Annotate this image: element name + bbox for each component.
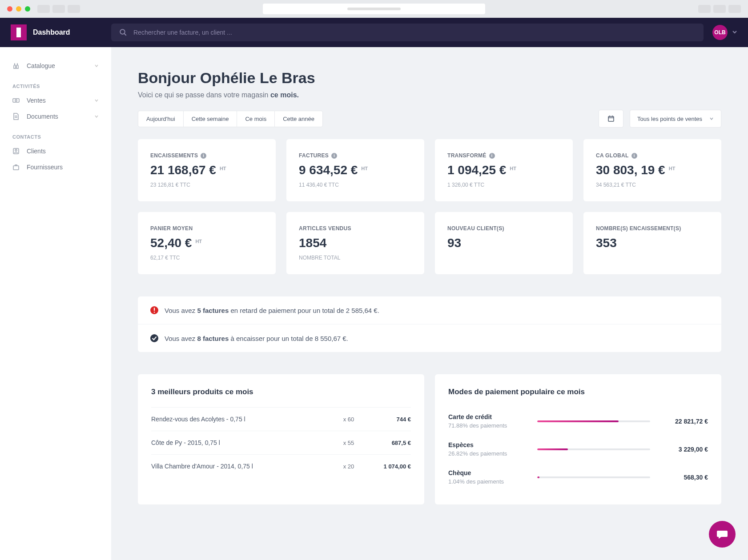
- sidebar-section-activites: ACTIVITÉS: [0, 74, 111, 92]
- payment-value: 3 229,00 €: [659, 446, 708, 453]
- chrome-btn[interactable]: [728, 5, 741, 13]
- traffic-lights: [7, 6, 30, 12]
- document-icon: [12, 113, 20, 120]
- stat-label: NOMBRE(S) ENCAISSEMENT(S): [596, 225, 709, 232]
- url-bar[interactable]: [263, 4, 485, 14]
- product-qty: x 20: [331, 463, 366, 470]
- sidebar-item-documents[interactable]: Documents: [0, 108, 111, 124]
- stat-card: PANIER MOYEN52,40 €HT62,17 € TTC: [138, 212, 276, 274]
- chrome-btn[interactable]: [698, 5, 711, 13]
- chrome-btn[interactable]: [713, 5, 726, 13]
- stat-card: ARTICLES VENDUS1854NOMBRE TOTAL: [286, 212, 424, 274]
- alert-late-invoices[interactable]: Vous avez 5 factures en retard de paieme…: [138, 296, 721, 324]
- stat-value: 21 168,67 €HT: [150, 163, 263, 177]
- info-icon[interactable]: i: [631, 153, 637, 159]
- chevron-down-icon: [94, 113, 99, 120]
- search-input[interactable]: [133, 29, 696, 36]
- payment-bar: [537, 476, 650, 478]
- page-subtitle: Voici ce qui se passe dans votre magasin…: [138, 91, 721, 99]
- brand-label: Dashboard: [33, 28, 70, 36]
- payment-bar: [537, 420, 650, 422]
- payment-row: Carte de crédit71.88% des paiements22 82…: [448, 407, 708, 435]
- pos-select[interactable]: Tous les points de ventes: [630, 110, 721, 128]
- sidebar-item-catalogue[interactable]: Catalogue: [0, 58, 111, 74]
- chrome-nav-btn[interactable]: [52, 5, 65, 13]
- sidebar-label: Clients: [27, 148, 46, 155]
- chevron-down-icon: [732, 28, 737, 36]
- page-title: Bonjour Ophélie Le Bras: [138, 69, 721, 87]
- filter-bar: Aujourd'hui Cette semaine Ce mois Cette …: [138, 110, 721, 128]
- sidebar-item-fournisseurs[interactable]: Fournisseurs: [0, 159, 111, 175]
- stat-card: CA GLOBALi30 803, 19 €HT34 563,21 € TTC: [583, 139, 721, 201]
- info-icon[interactable]: i: [331, 153, 337, 159]
- chat-button[interactable]: [709, 521, 736, 548]
- svg-rect-8: [13, 166, 19, 170]
- product-name: Villa Chambre d'Amour - 2014, 0,75 l: [151, 463, 331, 470]
- stat-card: NOUVEAU CLIENT(S)93: [435, 212, 573, 274]
- chevron-down-icon: [94, 62, 99, 69]
- greeting: Bonjour Ophélie Le Bras Voici ce qui se …: [138, 69, 721, 99]
- stat-sub: 34 563,21 € TTC: [596, 182, 709, 188]
- svg-point-16: [150, 334, 158, 342]
- stat-sub: 62,17 € TTC: [150, 255, 263, 261]
- stat-label: ENCAISSEMENTSi: [150, 152, 263, 159]
- stat-value: 1854: [299, 236, 412, 250]
- stat-label: FACTURESi: [299, 152, 412, 159]
- payment-value: 22 821,72 €: [659, 418, 708, 425]
- maximize-window[interactable]: [25, 6, 30, 12]
- check-circle-icon: [150, 334, 158, 342]
- product-row[interactable]: Rendez-vous des Acolytes - 0,75 lx 60744…: [151, 407, 411, 431]
- payment-pct: 71.88% des paiements: [448, 422, 528, 429]
- info-icon[interactable]: i: [489, 153, 495, 159]
- logo-icon: [11, 24, 27, 40]
- sidebar-section-contacts: CONTACTS: [0, 124, 111, 143]
- info-icon[interactable]: i: [201, 153, 206, 159]
- payment-pct: 26.82% des paiements: [448, 450, 528, 457]
- chevron-down-icon: [94, 97, 99, 104]
- svg-line-1: [124, 33, 126, 36]
- calendar-button[interactable]: [599, 110, 623, 128]
- alert-icon: [150, 306, 158, 314]
- user-menu[interactable]: OLB: [712, 25, 737, 40]
- sidebar-label: Ventes: [27, 97, 46, 104]
- stat-card: TRANSFORMÉi1 094,25 €HT1 326,00 € TTC: [435, 139, 573, 201]
- close-window[interactable]: [7, 6, 12, 12]
- minimize-window[interactable]: [16, 6, 21, 12]
- panel-title: 3 meilleurs produits ce mois: [151, 388, 411, 396]
- search-icon: [119, 28, 127, 36]
- logo-area[interactable]: Dashboard: [0, 24, 111, 40]
- search-bar[interactable]: [111, 24, 704, 41]
- product-row[interactable]: Côte de Py - 2015, 0,75 lx 55687,5 €: [151, 431, 411, 454]
- payment-value: 568,30 €: [659, 474, 708, 481]
- pos-select-label: Tous les points de ventes: [637, 116, 702, 122]
- stat-label: TRANSFORMÉi: [447, 152, 560, 159]
- payment-bar: [537, 448, 650, 450]
- product-qty: x 55: [331, 440, 366, 446]
- svg-rect-15: [154, 312, 155, 312]
- sidebar-item-ventes[interactable]: Ventes: [0, 92, 111, 108]
- period-tab-week[interactable]: Cette semaine: [183, 111, 237, 127]
- alert-pending-invoices[interactable]: Vous avez 8 factures à encaisser pour un…: [138, 324, 721, 352]
- svg-rect-9: [608, 116, 614, 121]
- chrome-nav-btn[interactable]: [37, 5, 50, 13]
- chrome-nav-btn[interactable]: [68, 5, 80, 13]
- payments-panel: Modes de paiement populaire ce mois Cart…: [435, 374, 721, 504]
- product-qty: x 60: [331, 416, 366, 423]
- stat-card: NOMBRE(S) ENCAISSEMENT(S)353: [583, 212, 721, 274]
- chevron-down-icon: [709, 116, 714, 121]
- stat-value: 353: [596, 236, 709, 250]
- alert-text: Vous avez 8 factures à encaisser pour un…: [165, 335, 348, 342]
- product-value: 687,5 €: [366, 440, 411, 446]
- period-tab-month[interactable]: Ce mois: [237, 111, 275, 127]
- stat-label: ARTICLES VENDUS: [299, 225, 412, 232]
- briefcase-icon: [12, 164, 20, 171]
- stat-card: FACTURESi9 634,52 €HT11 436,40 € TTC: [286, 139, 424, 201]
- product-row[interactable]: Villa Chambre d'Amour - 2014, 0,75 lx 20…: [151, 454, 411, 478]
- product-name: Côte de Py - 2015, 0,75 l: [151, 439, 331, 446]
- browser-chrome: [0, 0, 748, 18]
- sidebar-item-clients[interactable]: Clients: [0, 143, 111, 159]
- period-tab-today[interactable]: Aujourd'hui: [138, 111, 184, 127]
- period-tab-year[interactable]: Cette année: [274, 111, 323, 127]
- stat-value: 93: [447, 236, 560, 250]
- cash-icon: [12, 97, 20, 104]
